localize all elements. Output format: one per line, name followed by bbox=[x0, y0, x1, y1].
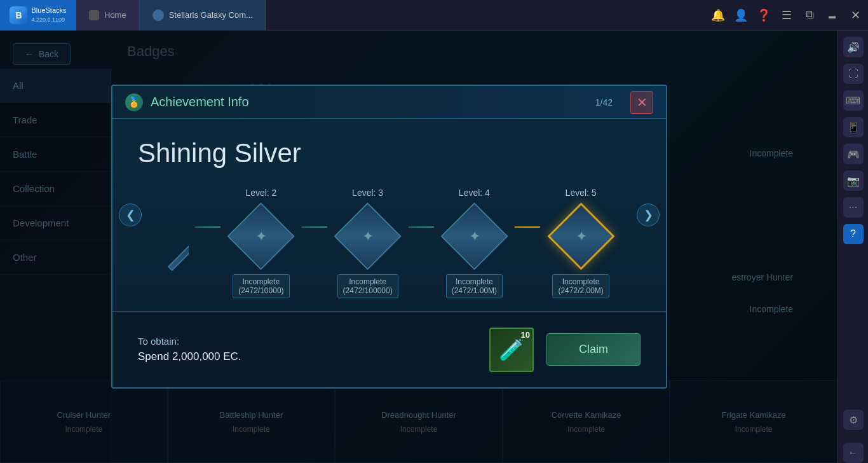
bluestacks-logo: B BlueStacks 4.220.0.1109 bbox=[0, 0, 76, 31]
level-connector-0 bbox=[195, 226, 220, 228]
topbar-controls: 🔔 👤 ❓ ☰ ⧉ 🗕 ✕ bbox=[712, 9, 868, 22]
reward-item: 10 🧪 bbox=[489, 328, 534, 372]
level-card-4: Level: 4 ✦ Incomplete (2472/1.00M) bbox=[434, 188, 515, 298]
diamond-3: ✦ bbox=[334, 202, 402, 270]
prev-achievement-button[interactable]: ❮ bbox=[119, 204, 142, 226]
level-3-diamond: ✦ bbox=[336, 204, 400, 268]
diamond-5: ✦ bbox=[547, 202, 614, 270]
reward-icon: 🧪 bbox=[499, 338, 524, 362]
level-3-status: Incomplete (2472/100000) bbox=[337, 274, 398, 298]
level-5-diamond: ✦ bbox=[549, 204, 613, 268]
menu-icon[interactable]: ☰ bbox=[780, 9, 793, 22]
levels-row: Level: 2 ✦ Incomplete (2472/10000) bbox=[138, 188, 641, 298]
diamond-2-inner: ✦ bbox=[255, 228, 267, 244]
level-2-label: Level: 2 bbox=[245, 188, 276, 198]
home-icon bbox=[89, 10, 99, 20]
partial-level bbox=[157, 201, 189, 285]
restore-icon[interactable]: ⧉ bbox=[803, 9, 816, 22]
topbar: B BlueStacks 4.220.0.1109 Home Stellaris… bbox=[0, 0, 868, 31]
obtain-label: To obtain: bbox=[138, 336, 477, 347]
account-icon[interactable]: 👤 bbox=[735, 9, 747, 22]
modal-title: Achievement Info bbox=[151, 95, 249, 109]
tab-game[interactable]: Stellaris Galaxy Com... bbox=[140, 0, 266, 31]
diamond-4-inner: ✦ bbox=[468, 228, 480, 244]
bs-right-sidebar: 🔊 ⛶ ⌨ 📱 🎮 📷 ··· ? ⚙ ← bbox=[837, 31, 868, 463]
level-connector-2 bbox=[409, 226, 434, 228]
achievement-name: Shining Silver bbox=[138, 138, 641, 169]
level-connector-3 bbox=[515, 226, 540, 228]
level-card-5: Level: 5 ✦ Incomplete (2472/2.00M) bbox=[540, 188, 621, 298]
level-2-diamond: ✦ bbox=[229, 204, 293, 268]
bs-icon: B bbox=[10, 6, 27, 24]
modal-body-levels: Shining Silver ❮ ❯ bbox=[112, 119, 666, 311]
volume-icon[interactable]: 🔊 bbox=[843, 37, 864, 57]
help-icon[interactable]: ❓ bbox=[757, 9, 770, 22]
obtain-value: Spend 2,000,000 EC. bbox=[138, 350, 477, 363]
back-bs-icon[interactable]: ← bbox=[843, 443, 864, 463]
game-background: ← Back Badges 3% All Trade Battle Collec… bbox=[0, 31, 837, 463]
tab-home[interactable]: Home bbox=[76, 0, 140, 31]
nav-counter: 1/42 bbox=[595, 97, 613, 107]
achievement-modal: 🏅 Achievement Info 1/42 ✕ Shining Silver… bbox=[111, 85, 667, 389]
level-connector-1 bbox=[302, 226, 327, 228]
next-achievement-button[interactable]: ❯ bbox=[637, 204, 660, 226]
diamond-2: ✦ bbox=[227, 202, 295, 270]
modal-close-button[interactable]: ✕ bbox=[630, 91, 653, 114]
game-icon bbox=[153, 10, 164, 21]
close-window-icon[interactable]: ✕ bbox=[849, 9, 862, 22]
modal-header: 🏅 Achievement Info 1/42 ✕ bbox=[112, 86, 666, 119]
help-bs-icon[interactable]: ? bbox=[843, 224, 864, 244]
diamond-3-inner: ✦ bbox=[362, 228, 374, 244]
phone-icon[interactable]: 📱 bbox=[843, 117, 864, 137]
obtain-text: To obtain: Spend 2,000,000 EC. bbox=[138, 336, 477, 363]
modal-body-obtain: To obtain: Spend 2,000,000 EC. 10 🧪 Clai… bbox=[112, 311, 666, 387]
level-card-2: Level: 2 ✦ Incomplete (2472/10000) bbox=[220, 188, 302, 298]
level-4-diamond: ✦ bbox=[442, 204, 506, 268]
level-4-status: Incomplete (2472/1.00M) bbox=[446, 274, 503, 298]
achievement-header-icon: 🏅 bbox=[125, 93, 143, 111]
more-icon[interactable]: ··· bbox=[843, 197, 864, 218]
level-3-label: Level: 3 bbox=[352, 188, 383, 198]
level-card-3: Level: 3 ✦ Incomplete (2472/100000) bbox=[327, 188, 409, 298]
level-2-status: Incomplete (2472/10000) bbox=[233, 274, 289, 298]
bell-icon[interactable]: 🔔 bbox=[712, 9, 724, 22]
expand-icon[interactable]: ⛶ bbox=[843, 64, 864, 84]
keyboard-icon[interactable]: ⌨ bbox=[843, 90, 864, 111]
gamepad-icon[interactable]: 🎮 bbox=[843, 144, 864, 164]
level-4-label: Level: 4 bbox=[459, 188, 490, 198]
level-5-status: Incomplete (2472/2.00M) bbox=[552, 274, 609, 298]
minimize-icon[interactable]: 🗕 bbox=[826, 9, 839, 22]
diamond-5-inner: ✦ bbox=[575, 228, 587, 244]
reward-count: 10 bbox=[521, 330, 530, 340]
level-5-label: Level: 5 bbox=[566, 188, 597, 198]
camera-icon[interactable]: 📷 bbox=[843, 170, 864, 191]
claim-button[interactable]: Claim bbox=[546, 333, 641, 366]
settings-icon[interactable]: ⚙ bbox=[843, 410, 864, 430]
bs-name: BlueStacks 4.220.0.1109 bbox=[31, 6, 66, 23]
diamond-4: ✦ bbox=[440, 202, 508, 270]
